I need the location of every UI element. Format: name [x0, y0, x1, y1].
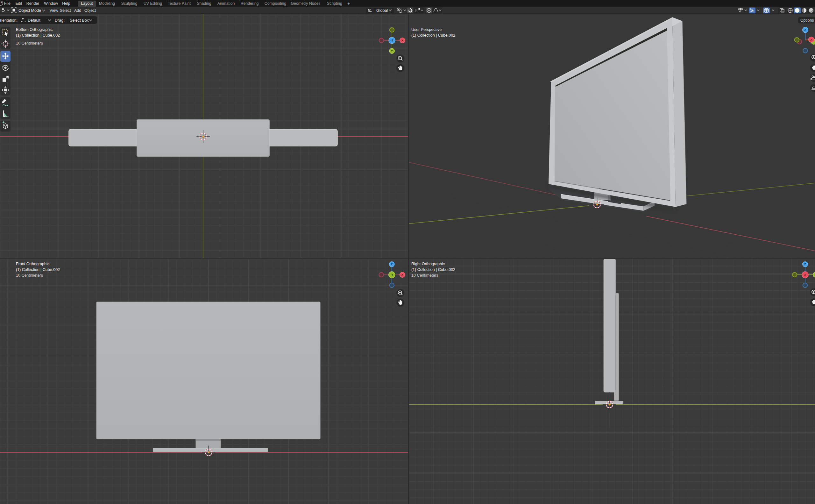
svg-text:Render: Render: [26, 1, 39, 6]
svg-text:Z: Z: [804, 262, 806, 266]
svg-text:Right Orthographic: Right Orthographic: [411, 262, 445, 266]
svg-text:Select Box: Select Box: [70, 18, 89, 23]
svg-text:Animation: Animation: [217, 1, 235, 6]
svg-text:Texture Paint: Texture Paint: [168, 1, 191, 6]
svg-text:X: X: [401, 273, 404, 276]
svg-text:Add: Add: [74, 8, 81, 13]
svg-text:Shading: Shading: [197, 1, 211, 6]
svg-text:Default: Default: [28, 18, 40, 23]
svg-text:User Perspective: User Perspective: [411, 27, 442, 32]
svg-text:X: X: [804, 273, 806, 276]
svg-text:X: X: [401, 39, 404, 42]
svg-text:Front Orthographic: Front Orthographic: [16, 262, 49, 266]
svg-text:10 Centimeters: 10 Centimeters: [411, 273, 438, 278]
svg-text:Compositing: Compositing: [265, 1, 287, 6]
svg-text:Z: Z: [391, 262, 393, 266]
svg-text:(1) Collection | Cube.002: (1) Collection | Cube.002: [16, 33, 60, 38]
svg-text:Object: Object: [84, 8, 96, 13]
svg-text:(1) Collection | Cube.002: (1) Collection | Cube.002: [411, 33, 455, 38]
svg-text:View: View: [50, 8, 59, 13]
svg-text:Edit: Edit: [15, 1, 22, 6]
svg-text:-Z: -Z: [391, 39, 393, 42]
svg-text:X: X: [810, 38, 812, 41]
svg-text:Rendering: Rendering: [241, 1, 259, 6]
svg-text:Modeling: Modeling: [99, 1, 115, 6]
svg-text:Scripting: Scripting: [327, 1, 342, 6]
svg-text:Sculpting: Sculpting: [121, 1, 138, 6]
svg-text:Window: Window: [44, 1, 58, 6]
svg-text:Drag:: Drag:: [55, 18, 65, 23]
svg-text:UV Editing: UV Editing: [144, 1, 162, 6]
svg-text:(1) Collection | Cube.002: (1) Collection | Cube.002: [411, 267, 455, 272]
svg-text:+: +: [347, 1, 350, 6]
svg-text:Z: Z: [804, 28, 806, 32]
svg-text:Y: Y: [391, 49, 393, 53]
svg-text:Global: Global: [376, 8, 388, 13]
svg-text:rientation:: rientation:: [0, 18, 18, 23]
svg-text:Layout: Layout: [81, 1, 93, 6]
svg-text:10 Centimeters: 10 Centimeters: [16, 273, 43, 278]
svg-text:Geometry Nodes: Geometry Nodes: [291, 1, 321, 6]
svg-text:10 Centimeters: 10 Centimeters: [16, 41, 43, 46]
svg-text:Object Mode: Object Mode: [18, 8, 41, 13]
svg-text:Options: Options: [800, 18, 814, 23]
svg-text:-Y: -Y: [390, 273, 393, 276]
svg-text:Help: Help: [62, 1, 70, 6]
svg-text:File: File: [4, 1, 11, 6]
svg-text:Bottom Orthographic: Bottom Orthographic: [16, 27, 53, 32]
svg-text:(1) Collection | Cube.002: (1) Collection | Cube.002: [16, 267, 60, 272]
svg-text:Select: Select: [60, 8, 71, 13]
